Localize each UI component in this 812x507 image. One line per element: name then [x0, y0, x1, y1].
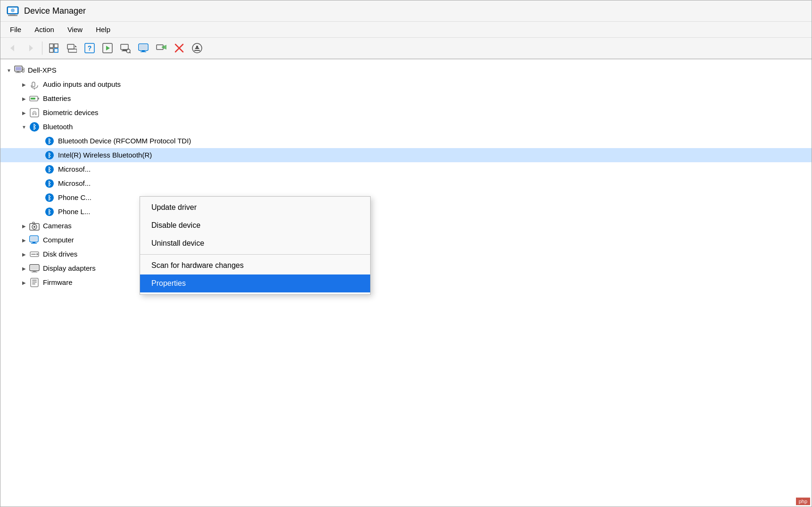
bt-rfcomm-icon: ᛒ: [44, 135, 55, 147]
audio-chevron: ▶: [19, 80, 29, 89]
bt-intel-icon: ᛒ: [44, 150, 55, 161]
svg-marker-13: [75, 45, 77, 47]
update-button[interactable]: [63, 40, 80, 57]
svg-point-40: [23, 69, 24, 70]
menu-file[interactable]: File: [4, 24, 27, 35]
menu-action[interactable]: Action: [29, 24, 60, 35]
svg-point-4: [11, 8, 15, 12]
uninstall-button[interactable]: [171, 40, 188, 57]
svg-rect-64: [33, 222, 34, 224]
tree-batteries[interactable]: ▶ Batteries: [0, 91, 812, 106]
bt-phone2-icon: ᛒ: [44, 206, 55, 217]
disk-label: Disk drives: [43, 249, 77, 260]
context-menu: Update driver Disable device Uninstall d…: [140, 196, 371, 295]
svg-rect-75: [32, 272, 37, 273]
svg-rect-9: [50, 49, 53, 52]
tree-bt-ms1[interactable]: ▶ ᛒ Microsof...: [0, 162, 812, 176]
main-content: ▼ Dell-XPS ▶: [0, 59, 812, 507]
svg-rect-33: [196, 46, 198, 49]
svg-rect-67: [33, 242, 35, 243]
menu-help[interactable]: Help: [90, 24, 116, 35]
ctx-update-driver[interactable]: Update driver: [140, 199, 370, 216]
tree-bluetooth[interactable]: ▼ ᛒ Bluetooth: [0, 120, 812, 134]
biometric-icon: [29, 107, 40, 118]
back-button[interactable]: [4, 40, 21, 57]
tree-firmware[interactable]: ▶ Firmware: [0, 275, 812, 290]
biometric-chevron: ▶: [19, 108, 29, 117]
batteries-label: Batteries: [43, 93, 71, 104]
window-title: Device Manager: [24, 6, 86, 16]
audio-label: Audio inputs and outputs: [43, 79, 121, 90]
device-tree: ▼ Dell-XPS ▶: [0, 59, 812, 507]
download-button[interactable]: [189, 40, 206, 57]
svg-rect-10: [54, 49, 58, 52]
svg-line-22: [130, 52, 131, 53]
tree-bt-ms2[interactable]: ▶ ᛒ Microsof...: [0, 176, 812, 191]
svg-rect-2: [8, 15, 17, 16]
add-hardware-button[interactable]: [153, 40, 170, 57]
properties-button[interactable]: [45, 40, 62, 57]
ctx-separator: [140, 254, 370, 255]
svg-rect-26: [141, 51, 146, 52]
svg-rect-18: [121, 44, 128, 50]
tree-bt-intel[interactable]: ▶ ᛒ Intel(R) Wireless Bluetooth(R): [0, 148, 812, 162]
ctx-scan-hardware[interactable]: Scan for hardware changes: [140, 257, 370, 274]
svg-rect-73: [31, 266, 38, 270]
firmware-label: Firmware: [43, 277, 73, 288]
bt-phone2-label: Phone L...: [58, 207, 90, 217]
toolbar: ?: [0, 38, 812, 59]
firmware-chevron: ▶: [19, 278, 29, 287]
forward-button[interactable]: [22, 40, 39, 57]
tree-root[interactable]: ▼ Dell-XPS: [0, 63, 812, 77]
ctx-uninstall-device[interactable]: Uninstall device: [140, 234, 370, 252]
tree-bt-rfcomm[interactable]: ▶ ᛒ Bluetooth Device (RFCOMM Protocol TD…: [0, 134, 812, 148]
run-button[interactable]: [99, 40, 116, 57]
firmware-icon: [29, 277, 40, 288]
tree-bt-phone2[interactable]: ▶ ᛒ Phone L...: [0, 205, 812, 219]
biometric-label: Biometric devices: [43, 108, 99, 118]
help-button[interactable]: ?: [81, 40, 98, 57]
svg-text:ᛒ: ᛒ: [48, 194, 51, 201]
bt-ms2-icon: ᛒ: [44, 178, 55, 189]
svg-point-63: [33, 226, 35, 228]
svg-rect-11: [67, 44, 74, 49]
scan-button[interactable]: [117, 40, 134, 57]
ctx-properties[interactable]: Properties: [140, 274, 370, 292]
root-label: Dell-XPS: [28, 65, 57, 76]
bt-ms1-icon: ᛒ: [44, 164, 55, 175]
batteries-chevron: ▶: [19, 94, 29, 103]
tree-bt-phone1[interactable]: ▶ ᛒ Phone C...: [0, 191, 812, 205]
svg-rect-66: [31, 237, 37, 241]
bluetooth-icon: ᛒ: [29, 121, 40, 133]
menu-view[interactable]: View: [62, 24, 88, 35]
svg-rect-7: [50, 44, 53, 48]
svg-rect-19: [123, 50, 126, 50]
tree-disk[interactable]: ▶ Disk drives: [0, 247, 812, 261]
svg-rect-44: [31, 98, 35, 100]
svg-marker-5: [10, 45, 14, 51]
svg-rect-34: [194, 50, 200, 51]
tree-audio[interactable]: ▶ Audio inputs and outputs: [0, 77, 812, 91]
svg-text:ᛒ: ᛒ: [48, 180, 51, 187]
svg-rect-77: [32, 280, 37, 281]
svg-rect-78: [32, 282, 37, 283]
svg-rect-12: [68, 49, 77, 52]
device-manager-window: Device Manager File Action View Help: [0, 0, 812, 507]
tree-cameras[interactable]: ▶ Cameras: [0, 219, 812, 233]
monitor-button[interactable]: [135, 40, 152, 57]
tree-biometric[interactable]: ▶ Biometric devices: [0, 106, 812, 120]
computer-label: Computer: [43, 235, 74, 246]
svg-rect-45: [38, 98, 39, 100]
svg-rect-24: [140, 45, 147, 50]
audio-icon: [29, 79, 40, 90]
disk-chevron: ▶: [19, 249, 29, 259]
computer-icon: [14, 65, 25, 76]
ctx-disable-device[interactable]: Disable device: [140, 216, 370, 234]
svg-rect-70: [31, 254, 36, 255]
tree-computer[interactable]: ▶ Computer: [0, 233, 812, 247]
tree-display[interactable]: ▶ Display adapters: [0, 261, 812, 275]
title-bar: Device Manager: [0, 0, 812, 22]
display-label: Display adapters: [43, 263, 96, 274]
bt-ms1-label: Microsof...: [58, 164, 91, 175]
svg-rect-36: [16, 67, 21, 70]
